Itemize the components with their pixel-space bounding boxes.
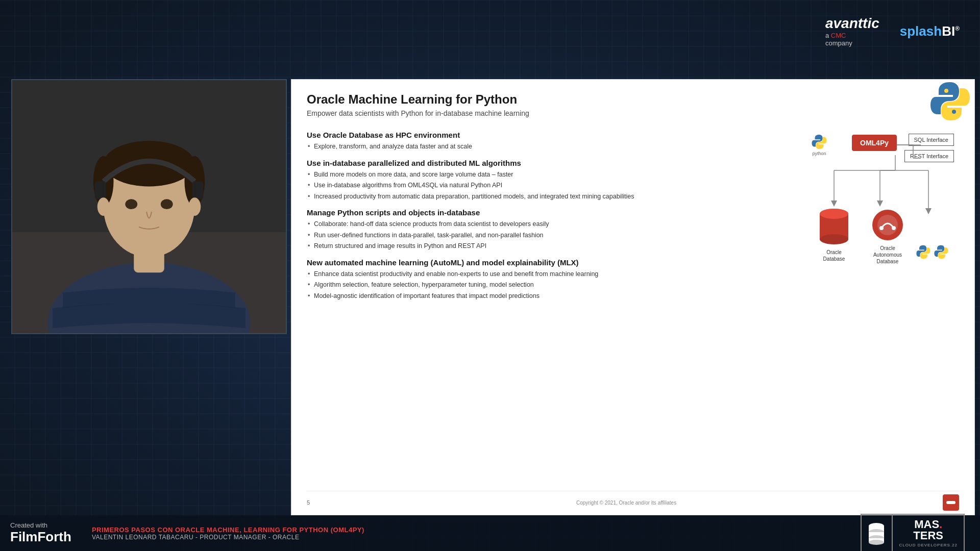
cloud-dev-db-svg <box>868 522 886 545</box>
splashbi-reg: ® <box>955 25 960 32</box>
python-logo-container: python <box>928 80 974 126</box>
splashbi-splash: splash <box>900 23 942 39</box>
avanttic-name: avanttic <box>825 15 879 31</box>
bullet-3-1: Collaborate: hand-off data science produ… <box>307 219 786 230</box>
webcam-panel <box>11 79 287 334</box>
person-silhouette <box>12 80 286 333</box>
cloud-developers-logo: MAS. TERS CLOUD DEVELOPERS.22 <box>861 514 965 551</box>
oracle-logo-square <box>943 494 959 511</box>
top-logos-area: avanttic a CMC company splashBI® <box>825 15 960 47</box>
avanttic-sub: a CMC company <box>825 32 879 47</box>
svg-point-16 <box>952 110 956 114</box>
presenter-info: Valentin Leonard Tabacaru - Product Mana… <box>92 534 861 541</box>
bullet-2-3: Increased productivity from automatic da… <box>307 191 786 203</box>
splashbi-bi: BI <box>942 23 955 39</box>
section-heading-4: New automated machine learning (AutoML) … <box>307 258 786 267</box>
slide-panel: python Oracle Machine Learning for Pytho… <box>291 79 975 515</box>
svg-rect-12 <box>192 181 203 199</box>
svg-point-13 <box>97 197 110 216</box>
svg-point-9 <box>125 199 137 209</box>
slide-diagram-column: python OML4Py SQL Interface REST Interfa… <box>796 124 959 302</box>
cloud-dev-db-icon <box>862 515 893 551</box>
bullet-2-2: Use in-database algorithms from OML4SQL … <box>307 180 786 191</box>
splashbi-logo: splashBI® <box>900 23 960 39</box>
bottom-left-info: Created with FilmForth <box>10 521 71 545</box>
python-logo: python <box>928 80 972 123</box>
svg-point-14 <box>188 197 201 216</box>
filmforth-brand: FilmForth <box>10 529 71 545</box>
slide-page-number: 5 <box>307 499 310 506</box>
slide-footer: 5 Copyright © 2021, Oracle and/or its af… <box>307 491 959 511</box>
cloud-dev-mas-text: MAS. TERS CLOUD DEVELOPERS.22 <box>893 515 964 551</box>
slide-header: Oracle Machine Learning for Python Empow… <box>307 92 959 117</box>
slide-body: Use Oracle Database as HPC environment E… <box>307 124 959 302</box>
bullet-list-2: Build more models on more data, and scor… <box>307 169 786 203</box>
company-text: company <box>825 39 879 47</box>
svg-rect-37 <box>946 501 955 504</box>
svg-point-44 <box>869 540 884 545</box>
diagram-area: python OML4Py SQL Interface REST Interfa… <box>796 130 959 272</box>
cloud-dev-label: CLOUD DEVELOPERS.22 <box>899 543 958 547</box>
presentation-title: Primeros pasos con Oracle Machine, Learn… <box>92 526 861 534</box>
svg-point-10 <box>161 199 173 209</box>
bottom-bar: Created with FilmForth Primeros pasos co… <box>0 515 980 551</box>
bullet-list-3: Collaborate: hand-off data science produ… <box>307 219 786 252</box>
oracle-logo-icon <box>946 497 956 508</box>
section-heading-1: Use Oracle Database as HPC environment <box>307 131 786 139</box>
avanttic-logo: avanttic a CMC company <box>825 15 879 47</box>
bullet-4-2: Algorithm selection, feature selection, … <box>307 280 786 291</box>
bullet-4-3: Model-agnostic identification of importa… <box>307 291 786 302</box>
webcam-face <box>12 80 286 333</box>
slide-title: Oracle Machine Learning for Python <box>307 92 959 107</box>
svg-rect-11 <box>95 181 106 199</box>
bullet-3-3: Return structured and image results in P… <box>307 241 786 252</box>
slide-subtitle: Empower data scientists with Python for … <box>307 109 959 117</box>
bullet-list-1: Explore, transform, and analyze data fas… <box>307 141 786 153</box>
section-heading-2: Use in-database parallelized and distrib… <box>307 159 786 167</box>
slide-text-column: Use Oracle Database as HPC environment E… <box>307 124 786 302</box>
bullet-4-1: Enhance data scientist productivity and … <box>307 269 786 280</box>
bullet-2-1: Build more models on more data, and scor… <box>307 169 786 181</box>
presentation-info: Primeros pasos con Oracle Machine, Learn… <box>71 526 861 541</box>
diagram-connections <box>796 130 959 272</box>
oml4py-box: OML4Py <box>852 135 897 151</box>
bullet-1-1: Explore, transform, and analyze data fas… <box>307 141 786 153</box>
bullet-3-2: Run user-defined functions in data-paral… <box>307 230 786 241</box>
cloud-dev-box: MAS. TERS CLOUD DEVELOPERS.22 <box>861 514 965 551</box>
created-with-text: Created with <box>10 521 71 529</box>
bullet-list-4: Enhance data scientist productivity and … <box>307 269 786 302</box>
cmc-text: CMC <box>831 32 846 39</box>
slide-copyright: Copyright © 2021, Oracle and/or its affi… <box>576 500 676 506</box>
section-heading-3: Manage Python scripts and objects in-dat… <box>307 208 786 217</box>
svg-point-15 <box>944 89 948 93</box>
